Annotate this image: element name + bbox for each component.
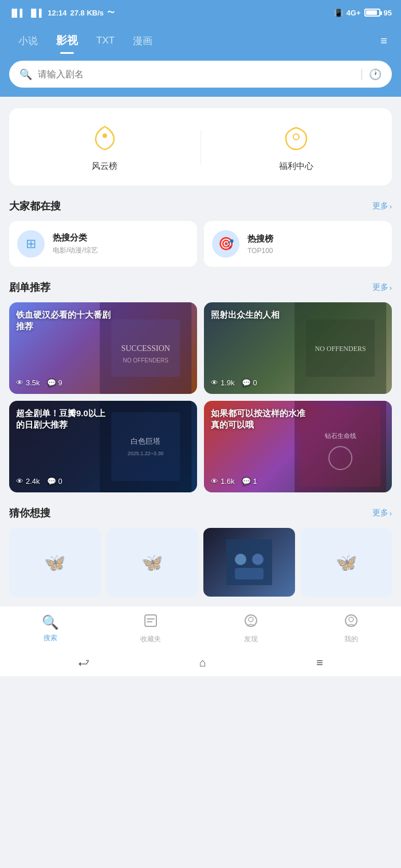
quick-actions-card: 风云榜 福利中心 [9, 108, 392, 186]
hot-search-categories[interactable]: ⊞ 热搜分类 电影/动漫/综艺 [9, 221, 197, 267]
mine-nav-label: 我的 [344, 634, 358, 644]
discover-nav-icon [243, 613, 258, 632]
bottom-nav-search[interactable]: 🔍 搜索 [0, 614, 100, 643]
signal-2: ▐▌▌ [29, 9, 45, 17]
playlist-stats-3: 👁 2.4k 💬 0 [16, 477, 190, 486]
guess-icon-4: 🦋 [336, 553, 357, 573]
ranking-label: 风云榜 [92, 161, 117, 172]
guess-more-label: 更多 [372, 508, 388, 518]
playlist-card-4-title: 如果都可以按这样的水准真的可以哦 [211, 408, 306, 430]
system-nav: ⮐ ⌂ ≡ [0, 649, 401, 676]
views-count-3: 2.4k [26, 477, 40, 486]
playlist-title: 剧单推荐 [9, 281, 50, 294]
playlist-card-1-title: 铁血硬汉必看的十大番剧推荐 [16, 309, 112, 332]
bottom-nav-mine[interactable]: 我的 [301, 613, 401, 644]
svg-point-19 [252, 554, 264, 565]
playlist-card-4[interactable]: 钻石生命线 如果都可以按这样的水准真的可以哦 👁 1.6k 💬 1 [204, 401, 392, 492]
guess-icon-1: 🦋 [44, 553, 65, 573]
signal-4g: 4G+ [347, 9, 361, 17]
tab-novel[interactable]: 小说 [9, 31, 47, 51]
comment-icon-1: 💬 [47, 378, 56, 387]
home-button[interactable]: ⌂ [199, 656, 206, 669]
views-3: 👁 2.4k [16, 477, 40, 486]
network-wave: 〜 [107, 7, 115, 18]
guess-item-1[interactable]: 🦋 [9, 528, 101, 597]
eye-icon-4: 👁 [211, 477, 218, 486]
svg-point-1 [293, 134, 299, 140]
search-icon: 🔍 [19, 68, 32, 81]
playlist-grid: SUCCESSION NO OFFENDERS 铁血硬汉必看的十大番剧推荐 👁 … [9, 302, 392, 492]
status-right: 📳 4G+ 95 [334, 9, 392, 17]
mine-nav-icon [344, 613, 359, 632]
search-divider: | [360, 68, 363, 81]
tab-comic[interactable]: 漫画 [124, 31, 162, 51]
tab-txt[interactable]: TXT [87, 31, 124, 50]
playlist-card-3-title: 超全剧单！豆瓣9.0以上的日剧大推荐 [16, 408, 112, 430]
categories-name: 热搜分类 [53, 232, 189, 243]
quick-action-ranking[interactable]: 风云榜 [9, 122, 200, 172]
signal-1: ▐▌▌ [9, 9, 25, 17]
playlist-chevron-icon: › [390, 283, 392, 292]
guess-chevron-icon: › [390, 509, 392, 518]
comments-count-4: 1 [253, 477, 257, 486]
eye-icon-1: 👁 [16, 378, 23, 387]
search-input[interactable] [38, 69, 355, 80]
history-icon[interactable]: 🕐 [369, 68, 382, 81]
playlist-card-1[interactable]: SUCCESSION NO OFFENDERS 铁血硬汉必看的十大番剧推荐 👁 … [9, 302, 197, 394]
signal-area: ▐▌▌ ▐▌▌ 12:14 27.8 KB/s 〜 [9, 7, 115, 18]
discover-nav-label: 发现 [244, 634, 258, 644]
playlist-header: 剧单推荐 更多 › [9, 281, 392, 294]
comments-count-3: 0 [58, 477, 62, 486]
main-content: 风云榜 福利中心 大家都在搜 更多 › ⊞ 热搜分类 电影/动漫/综艺 [0, 97, 401, 597]
views-count-4: 1.6k [221, 477, 235, 486]
svg-point-18 [235, 554, 246, 565]
svg-point-25 [249, 617, 253, 622]
guess-more[interactable]: 更多 › [372, 508, 392, 518]
time: 12:14 [48, 9, 66, 17]
search-nav-icon: 🔍 [42, 614, 59, 630]
views-1: 👁 3.5k [16, 378, 40, 387]
back-button[interactable]: ⮐ [78, 656, 89, 669]
bottom-nav-discover[interactable]: 发现 [200, 613, 301, 644]
playlist-card-2[interactable]: NO OFFENDERS 照射出众生的人相 👁 1.9k 💬 0 [204, 302, 392, 394]
ranking-icon [89, 122, 121, 154]
top100-name: 热搜榜 [247, 234, 384, 244]
quick-action-welfare[interactable]: 福利中心 [201, 122, 392, 172]
guess-title: 猜你想搜 [9, 506, 50, 520]
vibrate-icon: 📳 [334, 9, 343, 17]
recents-button[interactable]: ≡ [316, 656, 323, 669]
playlist-card-2-title: 照射出众生的人相 [211, 309, 306, 321]
eye-icon-3: 👁 [16, 477, 23, 486]
playlist-card-3[interactable]: 白色巨塔 2025.1.22~3.30 超全剧单！豆瓣9.0以上的日剧大推荐 👁… [9, 401, 197, 492]
bottom-nav-favorites[interactable]: 收藏夹 [100, 613, 200, 644]
bottom-nav: 🔍 搜索 收藏夹 发现 [0, 606, 401, 649]
hot-search-more-label: 更多 [372, 201, 388, 211]
hot-search-more[interactable]: 更多 › [372, 201, 392, 211]
status-bar: ▐▌▌ ▐▌▌ 12:14 27.8 KB/s 〜 📳 4G+ 95 [0, 0, 401, 25]
tab-video[interactable]: 影视 [47, 30, 87, 52]
guess-item-3[interactable] [203, 528, 295, 597]
comments-2: 💬 0 [242, 378, 257, 387]
hot-search-top100[interactable]: 🎯 热搜榜 TOP100 [204, 221, 392, 267]
guess-item-4[interactable]: 🦋 [301, 528, 392, 597]
favorites-nav-label: 收藏夹 [140, 634, 161, 644]
guess-item-2[interactable]: 🦋 [107, 528, 198, 597]
views-count-2: 1.9k [221, 378, 235, 387]
comments-count-1: 9 [58, 378, 62, 387]
categories-sub: 电影/动漫/综艺 [53, 246, 189, 255]
guess-grid: 🦋 🦋 🦋 [9, 528, 392, 597]
hot-search-header: 大家都在搜 更多 › [9, 199, 392, 213]
playlist-overlay-1: 铁血硬汉必看的十大番剧推荐 👁 3.5k 💬 9 [9, 302, 197, 394]
menu-button[interactable]: ≡ [376, 32, 392, 50]
categories-icon: ⊞ [17, 230, 45, 258]
top100-icon: 🎯 [212, 230, 239, 258]
playlist-more[interactable]: 更多 › [372, 282, 392, 293]
eye-icon-2: 👁 [211, 378, 218, 387]
network-speed: 27.8 KB/s [70, 9, 104, 17]
playlist-stats-2: 👁 1.9k 💬 0 [211, 378, 385, 387]
comment-icon-2: 💬 [242, 378, 251, 387]
search-bar[interactable]: 🔍 | 🕐 [9, 61, 392, 88]
comments-1: 💬 9 [47, 378, 62, 387]
top100-info: 热搜榜 TOP100 [247, 234, 384, 255]
welfare-label: 福利中心 [279, 161, 313, 172]
